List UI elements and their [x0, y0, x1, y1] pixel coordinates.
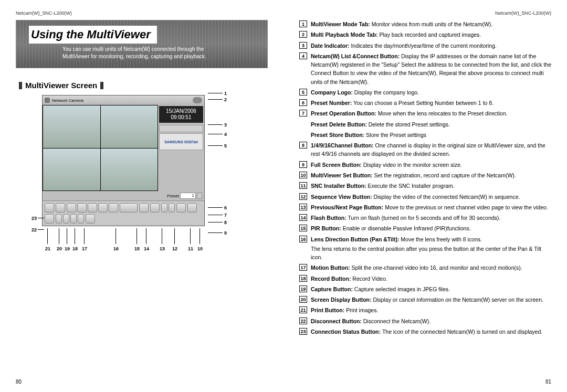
callout-bottom: 15 [134, 246, 140, 251]
header-right: Netcam(W)_SNC-L200(W) [299, 10, 551, 16]
prev-page-button[interactable] [161, 203, 167, 213]
item-number-box: 11 [299, 182, 307, 189]
channel-9-button[interactable] [70, 214, 77, 224]
feature-item: 16Lens Direction Button (Pan &Tilt): Mov… [299, 235, 551, 262]
channel-4-button[interactable] [63, 214, 69, 224]
bottom-callouts: 212019181716151413121110 [42, 228, 268, 255]
feature-item: 2Multi Playback Mode Tab: Play back reco… [299, 30, 551, 39]
lens-direction-button[interactable] [120, 203, 138, 213]
fullscreen-button[interactable] [86, 214, 95, 224]
viewer-toolbar [43, 200, 204, 226]
snc-installer-button[interactable] [187, 203, 197, 213]
item-title: MultiViewer Mode Tab: [311, 21, 372, 27]
preset-row: Preset 1 [43, 191, 204, 200]
callout-bottom: 11 [188, 246, 193, 251]
page-banner: Using the MultiViewer You can use multi … [16, 20, 268, 68]
item-title: SNC Installer Button: [311, 183, 368, 189]
item-number-box: 2 [299, 31, 307, 38]
feature-list: 1MultiViewer Mode Tab: Monitor videos fr… [299, 20, 551, 336]
callout-bottom: 17 [82, 246, 87, 251]
item-text: Display the company logo. [354, 89, 419, 96]
date-text: 15/JAN/2006 [159, 108, 203, 114]
next-page-button[interactable] [169, 203, 175, 213]
item-title: Preset Operation Button: [311, 110, 378, 116]
item-title: Capture Button: [311, 286, 354, 292]
header-left: Netcam(W)_SNC-L200(W) [16, 10, 268, 16]
item-number-box: 17 [299, 264, 307, 271]
record-button[interactable] [98, 203, 108, 213]
item-text: Display video in the monitor screen size… [363, 162, 462, 168]
viewer-titlebar: Network Camera [43, 96, 204, 105]
item-title: PIR Button: [311, 225, 343, 231]
item-text: Display the video of the connected Netca… [373, 194, 520, 200]
feature-item: 7Preset Operation Button: Move when the … [299, 109, 551, 118]
banner-line2: MultiViewer for monitoring, recording, c… [62, 54, 206, 59]
item-text: Play back recorded and captured images. [380, 31, 481, 38]
item-title: Motion Button: [311, 264, 352, 271]
callout-4: 4 [224, 132, 227, 137]
item-number-box: 21 [299, 306, 307, 313]
preset-stepper[interactable] [197, 193, 202, 199]
flash-button[interactable] [150, 203, 160, 213]
item-number-box: 15 [299, 225, 307, 231]
item-title: Connection Status Button: [311, 329, 382, 335]
screen-display-button[interactable] [77, 203, 87, 213]
feature-item: 19Capture Button: Capture selected image… [299, 285, 551, 293]
channel-1-button[interactable] [56, 214, 62, 224]
item-text: Print images. [346, 307, 378, 313]
time-text: 09:00:51 [159, 114, 203, 121]
callout-6: 6 [224, 205, 227, 210]
date-indicator: 15/JAN/2006 09:00:51 [159, 106, 203, 123]
netcam-list[interactable] [159, 125, 203, 132]
app-icon [45, 98, 50, 103]
banner-line1: You can use multi units of Netcam(W) con… [62, 46, 204, 52]
callout-2: 2 [224, 97, 227, 102]
feature-item: 23Connection Status Button: The icon of … [299, 327, 551, 336]
item-title: Disconnect Button: [311, 318, 363, 324]
channel-16-button[interactable] [78, 214, 84, 224]
item-text: Turn on flash (turned on for 5 seconds a… [348, 215, 501, 221]
video-cell-3 [43, 149, 100, 191]
callout-5: 5 [224, 143, 227, 149]
feature-item: 12Sequence View Button: Display the vide… [299, 193, 551, 201]
item-number-box: 7 [299, 110, 307, 116]
feature-item: Preset Store Button: Store the Preset se… [299, 131, 551, 139]
item-title: Company Logo: [311, 89, 354, 96]
feature-item: 81/4/9/16Channel Button: One channel is … [299, 141, 551, 158]
item-title: Flash Button: [311, 215, 348, 221]
viewer-window: Network Camera 15/JAN/2006 09:00:51 [42, 95, 205, 226]
sequence-view-button[interactable] [176, 203, 186, 213]
motion-button[interactable] [109, 203, 118, 213]
pir-button[interactable] [139, 203, 149, 213]
item-title: Lens Direction Button (Pan &Tilt): [311, 236, 401, 242]
disconnect-button[interactable] [45, 203, 54, 213]
page-number-left: 80 [16, 379, 22, 385]
feature-item: 3Date Indicator: Indicates the day/month… [299, 41, 551, 50]
item-title: Preset Number: [311, 100, 353, 106]
capture-button[interactable] [88, 203, 97, 213]
item-number-box: 12 [299, 193, 307, 200]
feature-item: 10MultiViewer Set Button: Set the regist… [299, 171, 551, 179]
feature-item: 11SNC Installer Button: Execute the SNC … [299, 182, 551, 190]
item-title: Print Button: [311, 307, 346, 313]
feature-item: 14Flash Button: Turn on flash (turned on… [299, 214, 551, 222]
feature-item: 9Full Screen Button: Display video in th… [299, 161, 551, 169]
connection-status-button[interactable] [56, 203, 65, 213]
item-title: Preset Store Button: [311, 132, 366, 138]
print-button[interactable] [67, 203, 76, 213]
preset-number-field[interactable]: 1 [180, 193, 196, 199]
item-text: Enable or disenable Passive Infrared (PI… [343, 225, 471, 231]
multiviewer-set-button[interactable] [45, 214, 54, 224]
item-title: Full Screen Button: [311, 162, 363, 168]
item-number-box: 6 [299, 99, 307, 106]
item-text: Move when the lens relocates to the Pres… [378, 110, 508, 116]
item-text: You can choose a Preset Setting Number b… [353, 100, 494, 106]
item-title: Netcam(W) List &Connect Button: [311, 53, 401, 59]
callout-1: 1 [224, 91, 227, 96]
callout-bottom: 12 [172, 246, 177, 251]
banner-title: Using the MultiViewer [29, 26, 157, 44]
item-text: Disconnect the Netcam(W). [363, 318, 430, 324]
callout-bottom: 21 [45, 246, 50, 251]
preset-label: Preset [167, 194, 179, 198]
item-number-box: 18 [299, 275, 307, 282]
